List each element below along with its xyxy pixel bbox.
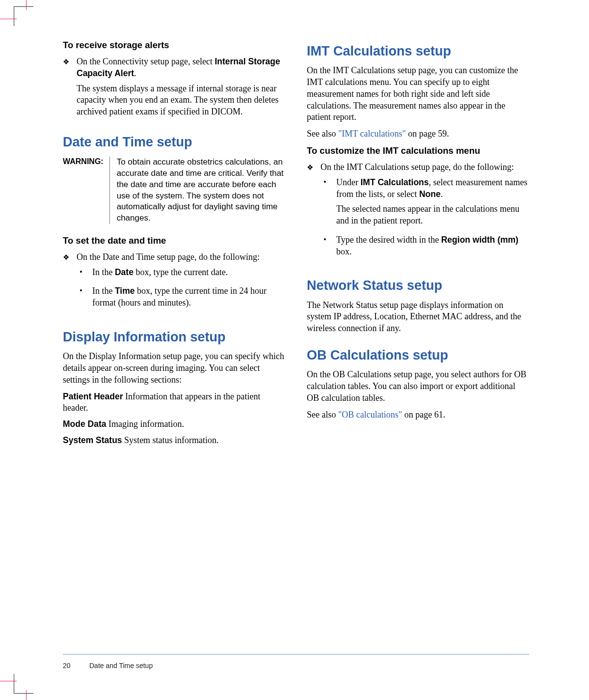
page-footer: 20Date and Time setup	[63, 654, 529, 670]
link-ob-calculations[interactable]: "OB calculations"	[338, 410, 402, 420]
warning-label: WARNING:	[63, 157, 110, 224]
crop-mark-bottom-left	[14, 674, 33, 694]
body-text: In the Date box, type the current date.	[92, 267, 285, 279]
diamond-bullet-icon: ❖	[63, 56, 70, 121]
heading-customize-imt: To customize the IMT calculations menu	[307, 145, 529, 156]
body-text: The system displays a message if interna…	[77, 83, 285, 118]
list-item: ❖ On the Connectivity setup page, select…	[63, 56, 285, 121]
body-text: See also "IMT calculations" on page 59.	[307, 128, 529, 140]
heading-network-status: Network Status setup	[307, 278, 529, 293]
heading-storage-alerts: To receive storage alerts	[63, 39, 285, 51]
body-text: On the Connectivity setup page, select I…	[77, 56, 285, 80]
link-imt-calculations[interactable]: "IMT calculations"	[338, 129, 406, 139]
bullet-icon: •	[80, 267, 85, 282]
heading-imt-calc: IMT Calculations setup	[307, 43, 529, 59]
right-column: IMT Calculations setup On the IMT Calcul…	[307, 39, 529, 451]
page-number: 20	[63, 662, 89, 670]
body-text: Type the desired width in the Region wid…	[336, 234, 529, 258]
heading-date-time: Date and Time setup	[63, 134, 285, 150]
body-text: On the Display Information setup page, y…	[63, 351, 285, 386]
diamond-bullet-icon: ❖	[307, 162, 314, 265]
body-text: On the IMT Calculations setup page, do t…	[321, 162, 529, 173]
body-text: On the Date and Time setup page, do the …	[77, 252, 285, 263]
list-sub-item: • Under IMT Calculations, select measure…	[323, 177, 529, 230]
heading-display-info: Display Information setup	[63, 329, 285, 345]
body-text: Under IMT Calculations, select measureme…	[336, 177, 529, 200]
diamond-bullet-icon: ❖	[63, 252, 70, 316]
definition-item: Patient Header Information that appears …	[63, 391, 285, 415]
warning-text: To obtain accurate obstetrics calculatio…	[110, 157, 285, 224]
footer-text: 20Date and Time setup	[63, 662, 529, 670]
crop-mark-top-left	[14, 6, 33, 26]
footer-section: Date and Time setup	[89, 662, 153, 670]
body-text: The Network Status setup page displays i…	[307, 300, 529, 335]
left-column: To receive storage alerts ❖ On the Conne…	[63, 39, 285, 451]
definition-item: Mode Data Imaging information.	[63, 419, 285, 430]
definition-list: Patient Header Information that appears …	[63, 391, 285, 447]
body-text: See also "OB calculations" on page 61.	[307, 409, 529, 421]
page-content: To receive storage alerts ❖ On the Conne…	[63, 39, 529, 451]
list-sub-item: • In the Date box, type the current date…	[80, 267, 285, 282]
warning-block: WARNING: To obtain accurate obstetrics c…	[63, 157, 285, 224]
heading-ob-calc: OB Calculations setup	[307, 347, 529, 363]
body-text: On the OB Calculations setup page, you s…	[307, 369, 529, 404]
footer-rule	[63, 654, 529, 655]
bullet-icon: •	[323, 177, 329, 230]
body-text: On the IMT Calculations setup page, you …	[307, 65, 529, 123]
body-text: The selected names appear in the calcula…	[336, 203, 529, 227]
bullet-icon: •	[323, 234, 329, 261]
list-item: ❖ On the IMT Calculations setup page, do…	[307, 162, 529, 265]
body-text: In the Time box, type the current time i…	[92, 285, 285, 309]
bullet-icon: •	[80, 285, 85, 312]
definition-item: System Status System status information.	[63, 435, 285, 447]
list-sub-item: • Type the desired width in the Region w…	[323, 234, 529, 261]
list-sub-item: • In the Time box, type the current time…	[80, 285, 285, 312]
heading-set-date-time: To set the date and time	[63, 235, 285, 246]
list-item: ❖ On the Date and Time setup page, do th…	[63, 252, 285, 316]
